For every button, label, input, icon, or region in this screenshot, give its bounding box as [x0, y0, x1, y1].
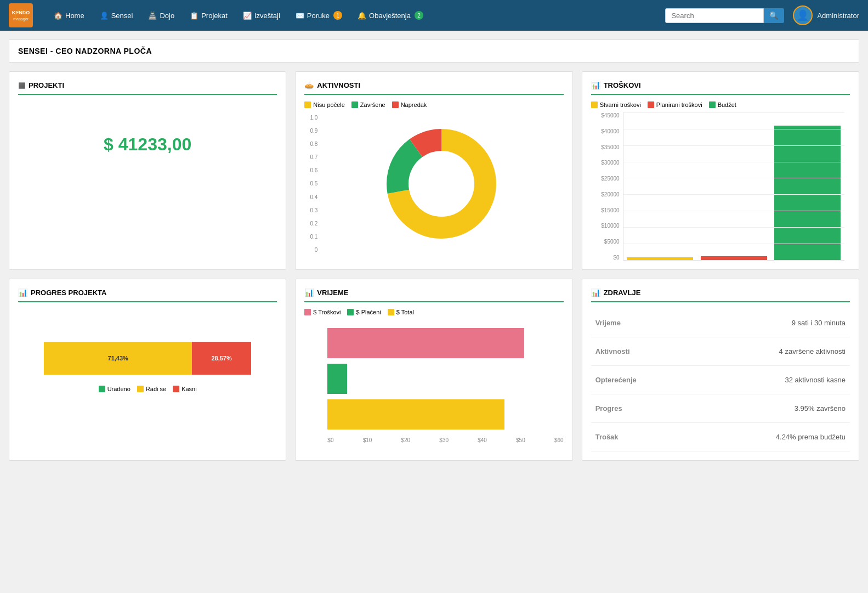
svg-point-7 [411, 154, 472, 214]
card-projekti-title: ▦ PROJEKTI [18, 81, 277, 95]
vrijeme-x-axis: $0 $10 $20 $30 $40 $50 $60 [304, 437, 563, 443]
home-icon: 🏠 [54, 12, 63, 20]
aktivnosti-y-axis: 1.0 0.9 0.8 0.7 0.6 0.5 0.4 0.3 0.2 0.1 … [304, 112, 320, 255]
zdravlje-value: 32 aktivnosti kasne [785, 376, 846, 384]
legend-dot-kasni [173, 386, 179, 392]
card-zdravlje-title: 📊 ZDRAVLJE [591, 288, 850, 302]
user-menu[interactable]: 👤 Administrator [793, 5, 859, 25]
izvestaji-icon: 📈 [243, 12, 252, 20]
zdravlje-value: 9 sati i 30 minuta [792, 319, 846, 327]
troskovi-legend: Stvarni troškovi Planirani troškovi Budž… [591, 101, 850, 108]
legend-dot-zavrsene [351, 101, 358, 108]
legend-dot-nisu [304, 101, 311, 108]
zdravlje-icon: 📊 [591, 288, 600, 297]
hbar-total [327, 399, 504, 430]
page-content: SENSEI - CEO NADZORNA PLOČA ▦ PROJEKTI $… [0, 31, 868, 478]
zdravlje-label: Vrijeme [595, 319, 621, 327]
donut-svg [378, 121, 504, 247]
poruke-icon: ✉️ [296, 12, 304, 20]
search-area: 🔍 [665, 8, 784, 23]
time-row-placeni [304, 364, 563, 394]
svg-rect-0 [9, 3, 33, 27]
zdravlje-grid: Vrijeme 9 sati i 30 minuta Aktivnosti 4 … [591, 309, 850, 451]
legend-planirani: Planirani troškovi [648, 101, 702, 108]
card-troskovi-title: 📊 TROŠKOVI [591, 81, 850, 95]
vrijeme-chart: $0 $10 $20 $30 $40 $50 $60 [304, 320, 563, 451]
nav-links: 🏠 Home 👤 Sensei 🏯 Dojo 📋 Projekat 📈 Izve… [47, 7, 665, 24]
troskovi-bars [623, 112, 844, 261]
nav-poruke[interactable]: ✉️ Poruke 1 [289, 7, 349, 24]
legend-stvarni: Stvarni troškovi [591, 101, 641, 108]
vrijeme-icon: 📊 [304, 288, 314, 297]
card-projekti: ▦ PROJEKTI $ 41233,00 [9, 71, 286, 270]
navbar: KENDO manager 🏠 Home 👤 Sensei 🏯 Dojo 📋 P… [0, 0, 868, 31]
legend-dot-stvarni [591, 101, 598, 108]
hbar-placeni [327, 364, 347, 394]
logo[interactable]: KENDO manager [9, 3, 36, 27]
troskovi-chart: $45000 $40000 $35000 $30000 $25000 $2000… [591, 112, 850, 261]
bar-kasni: 28,57% [192, 342, 251, 375]
poruke-badge: 1 [333, 11, 342, 20]
aktivnosti-icon: 🥧 [304, 81, 314, 89]
troskovi-y-axis: $45000 $40000 $35000 $30000 $25000 $2000… [597, 112, 623, 261]
legend-dot-budzet [709, 101, 716, 108]
dashboard-row-1: ▦ PROJEKTI $ 41233,00 🥧 AKTIVNOSTI Nisu … [9, 71, 859, 270]
time-row-troskovi [304, 328, 563, 358]
zdravlje-row: Progres 3.95% završeno [591, 394, 850, 423]
nav-sensei[interactable]: 👤 Sensei [93, 7, 140, 24]
obavjestenja-badge: 2 [415, 11, 423, 20]
legend-dot-total-v [388, 309, 394, 315]
zdravlje-label: Opterećenje [595, 376, 637, 384]
legend-zavrsene: Završene [351, 101, 385, 108]
card-progres-title: 📊 PROGRES PROJEKTA [18, 288, 277, 302]
legend-dot-placeni-v [347, 309, 354, 315]
legend-budzet: Budžet [709, 101, 736, 108]
legend-dot-napredak [392, 101, 399, 108]
zdravlje-label: Progres [595, 404, 622, 413]
progres-icon: 📊 [18, 288, 27, 297]
zdravlje-row: Aktivnosti 4 završene aktivnosti [591, 337, 850, 366]
search-input[interactable] [665, 8, 764, 23]
zdravlje-value: 4.24% prema budžetu [776, 433, 846, 441]
bar-radi-se: 71,43% [44, 342, 192, 375]
projekat-icon: 📋 [190, 12, 198, 20]
bar-planirani [701, 256, 767, 260]
zdravlje-value: 3.95% završeno [795, 404, 846, 413]
logo-icon: KENDO manager [9, 3, 33, 27]
search-button[interactable]: 🔍 [764, 8, 784, 23]
card-zdravlje: 📊 ZDRAVLJE Vrijeme 9 sati i 30 minuta Ak… [582, 279, 859, 461]
avatar: 👤 [793, 5, 813, 25]
card-troskovi: 📊 TROŠKOVI Stvarni troškovi Planirani tr… [582, 71, 859, 270]
nav-dojo[interactable]: 🏯 Dojo [141, 7, 181, 24]
sensei-icon: 👤 [100, 12, 109, 20]
legend-total-v: $ Total [388, 309, 414, 315]
time-row-total [304, 399, 563, 430]
card-vrijeme-title: 📊 VRIJEME [304, 288, 563, 302]
zdravlje-value: 4 završene aktivnosti [779, 347, 846, 355]
card-progres: 📊 PROGRES PROJEKTA 71,43% 28,57% [9, 279, 286, 461]
legend-uradjeno: Urađeno [99, 386, 131, 392]
zdravlje-row: Vrijeme 9 sati i 30 minuta [591, 309, 850, 337]
obavjestenja-icon: 🔔 [358, 12, 366, 20]
card-vrijeme: 📊 VRIJEME $ Troškovi $ Plaćeni $ Total [295, 279, 572, 461]
legend-placeni-v: $ Plaćeni [347, 309, 381, 315]
nav-home[interactable]: 🏠 Home [47, 7, 91, 24]
donut-chart [320, 121, 563, 247]
legend-kasni: Kasni [173, 386, 197, 392]
svg-text:KENDO: KENDO [12, 10, 30, 15]
troskovi-icon: 📊 [591, 81, 600, 89]
nav-projekat[interactable]: 📋 Projekat [183, 7, 234, 24]
card-aktivnosti-title: 🥧 AKTIVNOSTI [304, 81, 563, 95]
projekti-value: $ 41233,00 [18, 101, 277, 188]
nav-izvestaji[interactable]: 📈 Izveštaji [236, 7, 287, 24]
zdravlje-label: Aktivnosti [595, 347, 630, 355]
stacked-bar-container: 71,43% 28,57% [18, 342, 277, 375]
dojo-icon: 🏯 [148, 12, 157, 20]
progres-chart: 71,43% 28,57% Urađeno [18, 309, 277, 408]
nav-obavjestenja[interactable]: 🔔 Obavještenja 2 [351, 7, 430, 24]
bar-stvarni [627, 257, 693, 260]
stacked-bar: 71,43% 28,57% [44, 342, 251, 375]
legend-napredak: Napredak [392, 101, 427, 108]
progres-legend: Urađeno Radi se Kasni [99, 386, 197, 392]
legend-troskovi-v: $ Troškovi [304, 309, 341, 315]
